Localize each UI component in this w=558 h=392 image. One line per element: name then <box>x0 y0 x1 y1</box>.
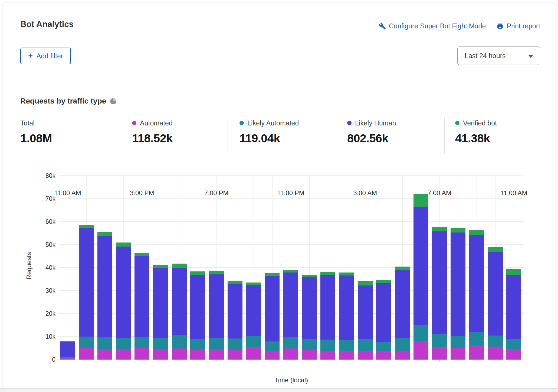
bar-segment-automated <box>432 347 447 360</box>
bar-segment-automated <box>302 350 317 360</box>
bar-segment-likely-human <box>469 235 484 332</box>
bar-segment-likely-automated <box>488 335 503 347</box>
configure-super-bot-fight-mode-link[interactable]: Configure Super Bot Fight Mode <box>379 22 486 30</box>
print-report-link[interactable]: Print report <box>497 22 540 30</box>
stacked-bar <box>283 270 298 360</box>
stacked-bar <box>79 225 94 360</box>
bar-segment-likely-human <box>172 268 187 335</box>
stacked-bar <box>358 281 373 360</box>
bar-segment-likely-automated <box>413 325 428 341</box>
y-axis-tick <box>57 291 59 291</box>
bar-segment-likely-automated <box>506 339 521 349</box>
y-axis-tick-label: 60k <box>26 218 55 225</box>
bar-segment-likely-automated <box>432 334 447 347</box>
bar-segment-verified-bot <box>190 271 205 275</box>
bar-segment-likely-human <box>358 285 373 339</box>
legend-dot <box>239 121 244 125</box>
bar-segment-verified-bot <box>358 281 373 285</box>
bar-segment-verified-bot <box>302 275 317 277</box>
bar-segment-automated <box>60 358 75 360</box>
y-axis-tick-label: 40k <box>26 264 55 271</box>
stat-separator <box>336 118 336 154</box>
stacked-bar <box>469 230 484 360</box>
stat-likely-human: Likely Human 802.56k <box>347 119 396 145</box>
x-axis-tick-label: 11:00 AM <box>490 189 538 197</box>
bar-segment-verified-bot <box>116 242 131 246</box>
bar-segment-likely-automated <box>172 335 187 348</box>
legend-dot <box>132 121 136 125</box>
bar-segment-likely-human <box>190 275 205 339</box>
bar-segment-likely-human <box>320 275 335 340</box>
x-axis-title: Time (local) <box>267 376 316 384</box>
pie-chart-icon <box>110 98 116 104</box>
bar-segment-likely-automated <box>228 338 242 350</box>
bar-segment-likely-human <box>376 283 391 342</box>
y-axis-tick <box>57 199 59 199</box>
x-axis-tick-label: 3:00 AM <box>341 189 389 197</box>
plot-area <box>59 176 524 360</box>
bar-segment-automated <box>376 351 391 360</box>
bar-segment-likely-human <box>97 236 112 337</box>
stacked-bar <box>339 273 354 360</box>
bar-segment-likely-automated <box>153 338 168 349</box>
wrench-icon <box>379 23 386 30</box>
stacked-bar <box>451 228 465 360</box>
stat-likely-automated-label: Likely Automated <box>247 119 299 127</box>
section-title: Requests by traffic type <box>20 97 106 105</box>
bot-analytics-page: Bot Analytics Configure Super Bot Fight … <box>0 0 558 392</box>
y-axis-tick <box>57 176 59 176</box>
bar-segment-automated <box>79 348 94 360</box>
bar-segment-automated <box>451 348 465 360</box>
bar-segment-likely-automated <box>395 338 410 351</box>
y-axis-tick <box>57 360 59 360</box>
stacked-bar <box>134 253 149 360</box>
stat-total-value: 1.08M <box>20 132 52 145</box>
print-link-label: Print report <box>507 22 540 30</box>
stat-automated-value: 118.52k <box>132 132 173 145</box>
stat-separator <box>121 118 121 154</box>
bar-segment-likely-automated <box>246 336 261 347</box>
bar-segment-automated <box>246 347 261 360</box>
bar-segment-likely-human <box>153 268 168 338</box>
legend-dot <box>347 121 352 125</box>
stat-separator <box>228 118 228 154</box>
y-axis-tick-label: 0 <box>26 356 55 363</box>
time-range-select[interactable]: Last 24 hours <box>457 46 540 65</box>
stacked-bar <box>246 283 261 360</box>
bar-segment-likely-automated <box>451 336 465 348</box>
bar-segment-likely-human <box>79 228 94 337</box>
stacked-bar <box>320 272 335 360</box>
stat-likely-automated-value: 119.04k <box>239 132 299 145</box>
add-filter-button[interactable]: + Add filter <box>20 48 71 64</box>
bar-segment-automated <box>172 348 187 360</box>
bar-segment-verified-bot <box>134 253 149 256</box>
x-axis-tick <box>68 360 68 362</box>
bar-segment-likely-automated <box>302 339 317 350</box>
stacked-bar <box>506 269 521 360</box>
x-axis-tick <box>514 360 514 362</box>
bar-segment-likely-human <box>134 256 149 337</box>
bar-segment-automated <box>228 350 242 360</box>
bar-segment-verified-bot <box>172 264 187 268</box>
stacked-bar <box>488 247 503 360</box>
stacked-bar <box>97 232 112 360</box>
bar-segment-automated <box>116 349 131 360</box>
bar-segment-automated <box>265 351 280 360</box>
page-title: Bot Analytics <box>20 19 74 29</box>
x-axis-tick <box>439 360 440 362</box>
stat-verified-bot: Verified bot 41.38k <box>455 119 497 145</box>
bar-segment-likely-human <box>302 277 317 339</box>
bar-segment-automated <box>413 341 428 360</box>
x-axis-tick-label: 11:00 PM <box>266 189 315 197</box>
y-axis-tick <box>57 245 59 245</box>
bar-segment-verified-bot <box>265 273 280 276</box>
plus-icon: + <box>28 52 33 60</box>
y-axis-tick <box>57 337 59 337</box>
header-divider <box>2 76 556 76</box>
bar-segment-verified-bot <box>506 269 521 275</box>
stacked-bar <box>413 194 428 360</box>
bar-segment-automated <box>320 351 335 360</box>
x-axis-tick-label: 3:00 PM <box>118 189 166 197</box>
bar-segment-likely-human <box>413 207 428 325</box>
bar-segment-verified-bot <box>413 194 428 207</box>
